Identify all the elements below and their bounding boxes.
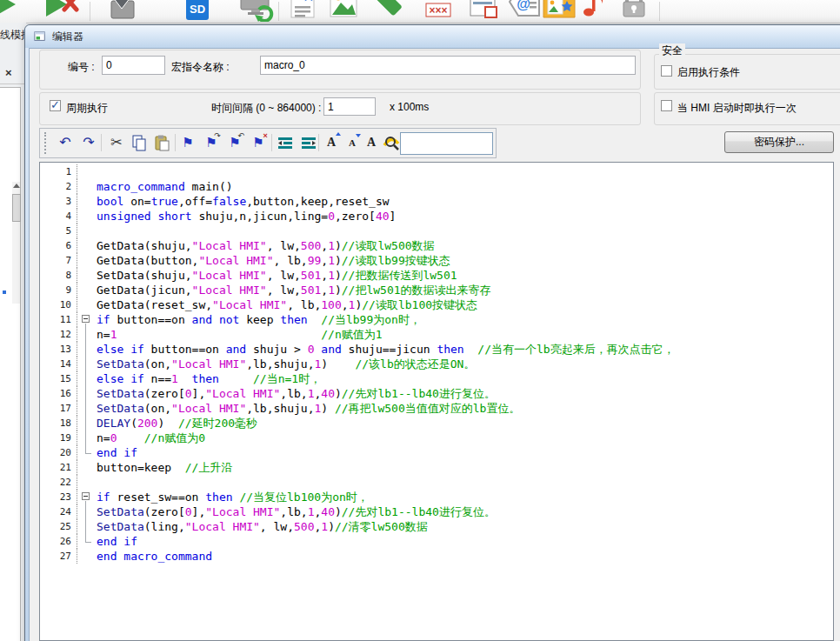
code-text[interactable]: n=1 //n赋值为1 bbox=[95, 327, 833, 342]
macro-name-label: 宏指令名称 : bbox=[171, 60, 230, 75]
lock-icon[interactable] bbox=[615, 0, 653, 22]
code-line: 3bool on=true,off=false,button,keep,rese… bbox=[40, 194, 833, 209]
code-text[interactable] bbox=[95, 164, 833, 179]
code-text[interactable]: GetData(jicun,"Local HMI", lw,501,1)//把l… bbox=[95, 283, 833, 297]
code-line: 19n=0 //n赋值为0 bbox=[40, 431, 833, 445]
prev-bookmark-icon[interactable]: ⚑↶ bbox=[224, 132, 245, 153]
outdent-icon[interactable] bbox=[275, 132, 296, 153]
sd-card-icon[interactable]: SD bbox=[178, 0, 217, 22]
interval-input[interactable] bbox=[323, 97, 376, 116]
sound-icon[interactable] bbox=[575, 0, 613, 22]
line-number: 14 bbox=[40, 357, 77, 371]
code-text[interactable]: if button==on and not keep then //当lb99为… bbox=[95, 312, 833, 327]
separator bbox=[318, 134, 319, 151]
fold-marker[interactable] bbox=[77, 490, 95, 504]
dialog-titlebar[interactable]: 编辑器 bbox=[25, 25, 840, 48]
copy-icon[interactable] bbox=[129, 132, 150, 153]
code-text[interactable]: macro_command main() bbox=[95, 179, 833, 194]
enable-condition-label: 启用执行条件 bbox=[677, 65, 740, 80]
startup-checkbox[interactable] bbox=[661, 100, 672, 111]
code-line: 10GetData(reset_sw,"Local HMI", lb,100,1… bbox=[40, 297, 833, 312]
number-input[interactable] bbox=[102, 56, 165, 75]
enable-condition-checkbox[interactable] bbox=[661, 65, 672, 77]
undo-icon[interactable]: ↶ bbox=[55, 132, 76, 153]
tag-icon[interactable] bbox=[370, 0, 409, 22]
code-lines: 12macro_command main()3bool on=true,off=… bbox=[40, 164, 833, 564]
fold-gutter bbox=[77, 179, 95, 194]
code-line: 25SetData(ling,"Local HMI", lw,500,1)//清… bbox=[40, 519, 833, 534]
stop-simulation-icon[interactable] bbox=[42, 0, 80, 22]
macro-name-input[interactable] bbox=[260, 56, 636, 75]
svg-text:@: @ bbox=[517, 0, 530, 11]
code-text[interactable]: GetData(shuju,"Local HMI", lw,500,1)//读取… bbox=[95, 238, 833, 253]
password-protect-button[interactable]: 密码保护... bbox=[724, 131, 834, 153]
code-text[interactable] bbox=[95, 475, 833, 490]
address-tag-icon[interactable]: @ bbox=[505, 0, 543, 22]
spell-check-icon[interactable]: abC××× bbox=[420, 0, 458, 22]
code-line: 20end if bbox=[40, 445, 833, 460]
code-text[interactable]: end if bbox=[95, 534, 833, 549]
data-table-icon[interactable] bbox=[464, 0, 503, 22]
line-number: 15 bbox=[40, 371, 77, 386]
code-text[interactable]: DELAY(200) //延时200毫秒 bbox=[95, 416, 833, 431]
find-icon[interactable] bbox=[381, 132, 402, 153]
code-text[interactable]: else if button==on and shuju > 0 and shu… bbox=[95, 342, 833, 357]
code-text[interactable]: SetData(shuju,"Local HMI", lw,501,1)//把数… bbox=[95, 268, 833, 283]
fold-marker[interactable] bbox=[77, 312, 95, 327]
code-text[interactable]: bool on=true,off=false,button,keep,reset… bbox=[95, 194, 833, 209]
code-text[interactable]: SetData(ling,"Local HMI", lw,500,1)//清零l… bbox=[95, 519, 833, 534]
indent-icon[interactable] bbox=[298, 132, 319, 153]
code-text[interactable]: end if bbox=[95, 445, 833, 460]
scrollbar[interactable] bbox=[12, 182, 20, 304]
line-number: 18 bbox=[40, 416, 77, 431]
cut-icon[interactable]: ✂ bbox=[106, 132, 127, 153]
fold-gutter bbox=[77, 297, 95, 312]
code-text[interactable]: button=keep //上升沿 bbox=[95, 460, 833, 475]
clear-bookmarks-icon[interactable]: ⚑× bbox=[248, 132, 269, 153]
code-line: 7GetData(button,"Local HMI", lb,99,1)//读… bbox=[40, 253, 833, 268]
download-icon[interactable] bbox=[104, 0, 143, 22]
code-text[interactable]: else if n==1 then //当n=1时， bbox=[95, 371, 833, 386]
fold-gutter bbox=[77, 164, 95, 179]
code-text[interactable]: SetData(zero[0],"Local HMI",lb,1,40)//先对… bbox=[95, 504, 833, 519]
fold-gutter bbox=[77, 460, 95, 475]
paste-icon[interactable] bbox=[151, 132, 172, 153]
code-text[interactable]: n=0 //n赋值为0 bbox=[95, 431, 833, 445]
scroll-up-icon[interactable] bbox=[13, 184, 20, 188]
code-text[interactable]: SetData(on,"Local HMI",lb,shuju,1) //该lb… bbox=[95, 357, 833, 371]
code-text[interactable]: unsigned short shuju,n,jicun,ling=0,zero… bbox=[95, 209, 833, 224]
gallery-icon[interactable] bbox=[325, 0, 363, 22]
code-line: 12n=1 //n赋值为1 bbox=[40, 327, 833, 342]
code-text[interactable]: end macro_command bbox=[95, 549, 833, 564]
gallery-star-icon[interactable] bbox=[285, 0, 323, 22]
code-text[interactable]: SetData(on,"Local HMI",lb,shuju,1) //再把l… bbox=[95, 401, 833, 416]
code-text[interactable]: if reset_sw==on then //当复位lb100为on时， bbox=[95, 490, 833, 504]
screen-refresh-icon[interactable] bbox=[237, 0, 275, 22]
code-text[interactable]: GetData(reset_sw,"Local HMI", lb,100,1)/… bbox=[95, 297, 833, 312]
code-editor[interactable]: 12macro_command main()3bool on=true,off=… bbox=[39, 162, 834, 641]
toolbar-grip[interactable] bbox=[44, 132, 46, 154]
scroll-thumb[interactable] bbox=[12, 194, 21, 222]
line-number: 22 bbox=[40, 475, 77, 490]
line-number: 20 bbox=[40, 445, 77, 460]
toggle-bookmark-icon[interactable]: ⚑ bbox=[177, 132, 198, 153]
code-text[interactable] bbox=[95, 224, 833, 238]
next-bookmark-icon[interactable]: ⚑↷ bbox=[201, 132, 222, 153]
code-line: 2macro_command main() bbox=[40, 179, 833, 194]
search-input[interactable] bbox=[400, 132, 493, 155]
code-text[interactable]: GetData(button,"Local HMI", lb,99,1)//读取… bbox=[95, 253, 833, 268]
line-number: 11 bbox=[40, 312, 77, 327]
redo-icon[interactable]: ↷ bbox=[78, 132, 99, 153]
periodic-label: 周期执行 bbox=[66, 101, 108, 116]
code-line: 21button=keep //上升沿 bbox=[40, 460, 833, 475]
media-folder-icon[interactable] bbox=[540, 0, 578, 22]
font-increase-icon[interactable]: A bbox=[321, 132, 342, 153]
font-decrease-icon[interactable]: A bbox=[342, 132, 363, 153]
periodic-checkbox[interactable] bbox=[50, 100, 61, 111]
font-icon[interactable]: A bbox=[361, 132, 382, 153]
run-icon[interactable] bbox=[0, 0, 21, 22]
panel-close-icon[interactable]: × bbox=[5, 66, 12, 79]
code-line: 27end macro_command bbox=[40, 549, 833, 564]
code-text[interactable]: SetData(zero[0],"Local HMI",lb,1,40)//先对… bbox=[95, 386, 833, 401]
fold-gutter bbox=[77, 268, 95, 283]
